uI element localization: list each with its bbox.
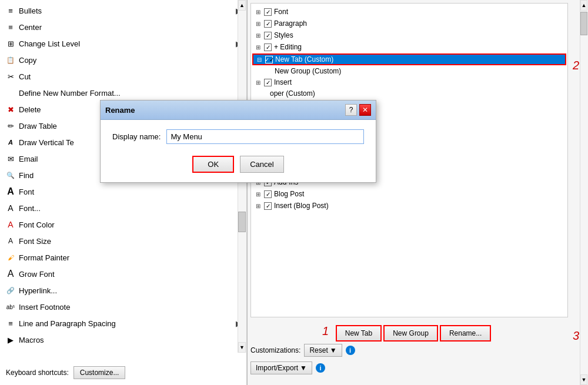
tree-checkbox[interactable]: ✓ — [265, 56, 273, 63]
grow-font-icon: A — [2, 268, 19, 280]
menu-item-format-painter[interactable]: 🖌 Format Painter — [0, 249, 246, 266]
menu-label: Bullets — [19, 6, 236, 15]
menu-label: Line and Paragraph Spacing — [19, 319, 236, 328]
tree-item-new-tab[interactable]: ⊟ ✓ New Tab (Custom) — [252, 53, 566, 65]
font-dialog-icon: A — [2, 202, 19, 214]
menu-item-bullets[interactable]: ≡ Bullets ▶ — [0, 2, 246, 19]
menu-label: Define New Number Format... — [19, 89, 242, 98]
tree-checkbox[interactable] — [264, 190, 272, 198]
customizations-label: Customizations: — [250, 346, 300, 354]
reset-button[interactable]: Reset ▼ — [304, 344, 342, 357]
menu-label: Insert Footnote — [19, 303, 242, 312]
tree-label-new-tab: New Tab (Custom) — [275, 55, 333, 63]
hyperlink-icon: 🔗 — [2, 284, 19, 296]
menu-item-font-color[interactable]: A Font Color — [0, 216, 246, 233]
tree-checkbox[interactable] — [264, 32, 272, 39]
menu-label: Center — [19, 23, 242, 32]
draw-table-icon: ✏ — [2, 120, 19, 132]
menu-item-font-dialog[interactable]: A Font... — [0, 200, 246, 216]
delete-icon: ✖ — [2, 103, 19, 115]
menu-item-change-list-level[interactable]: ⊞ Change List Level ▶ — [0, 35, 246, 52]
right-panel: ▼ ▲ ⊞ Font ⊞ Paragraph ⊞ Styles ⊞ — [247, 0, 588, 385]
dialog-field-label: Display name: — [112, 132, 161, 141]
cut-icon: ✂ — [2, 71, 19, 82]
tree-expander: ⊞ — [253, 31, 263, 40]
dialog-body: Display name: OK Cancel — [101, 120, 376, 182]
tree-item-blogpost[interactable]: ⊞ Blog Post — [251, 188, 567, 200]
number-icon — [2, 87, 19, 99]
tree-item-oper[interactable]: oper (Custom) — [251, 88, 567, 99]
menu-item-hyperlink[interactable]: 🔗 Hyperlink... — [0, 282, 246, 299]
tree-checkbox[interactable] — [264, 79, 272, 86]
draw-vertical-icon: A — [2, 136, 19, 148]
tree-item-new-group[interactable]: New Group (Custom) — [251, 66, 567, 76]
menu-item-font-size[interactable]: A Font Size — [0, 233, 246, 249]
tree-expander: ⊟ — [255, 55, 264, 64]
center-icon: ≡ — [2, 21, 19, 33]
menu-item-cut[interactable]: ✂ Cut — [0, 68, 246, 85]
import-export-info-icon: i — [316, 363, 325, 373]
menu-item-font[interactable]: A Font — [0, 183, 246, 200]
dialog-display-name-input[interactable] — [166, 129, 364, 144]
rename-button[interactable]: Rename... — [440, 326, 490, 341]
footnote-icon: ab¹ — [2, 301, 19, 313]
dialog-help-button[interactable]: ? — [345, 104, 357, 116]
tree-checkbox[interactable] — [264, 43, 272, 51]
menu-item-center[interactable]: ≡ Center — [0, 19, 246, 35]
reset-info-icon: i — [346, 346, 355, 355]
menu-item-line-spacing[interactable]: ≡ Line and Paragraph Spacing ▶ — [0, 315, 246, 332]
bullets-icon: ≡ — [2, 5, 19, 16]
dialog-action-row: OK Cancel — [112, 156, 364, 173]
tree-checkbox[interactable] — [264, 20, 272, 28]
menu-label: Font — [19, 188, 242, 196]
menu-label: Copy — [19, 56, 242, 65]
menu-label: Format Painter — [19, 253, 242, 262]
tree-checkbox[interactable] — [264, 8, 272, 16]
menu-label: Font Color — [19, 220, 242, 229]
macros-icon: ▶ — [2, 334, 19, 346]
menu-item-grow-font[interactable]: A Grow Font — [0, 266, 246, 282]
new-group-button[interactable]: New Group — [384, 326, 437, 341]
step-2-number: 2 — [573, 59, 579, 72]
copy-icon: 📋 — [2, 54, 19, 66]
tree-item-styles[interactable]: ⊞ Styles — [251, 29, 567, 41]
step-1-number: 1 — [322, 324, 329, 338]
tree-label: Blog Post — [274, 190, 304, 198]
line-spacing-icon: ≡ — [2, 317, 19, 329]
tree-item-insert[interactable]: ⊞ Insert — [251, 76, 567, 88]
tree-item-font[interactable]: ⊞ Font — [251, 6, 567, 18]
menu-item-copy[interactable]: 📋 Copy — [0, 52, 246, 68]
menu-label: Cut — [19, 72, 242, 81]
new-tab-button[interactable]: New Tab — [336, 326, 381, 341]
menu-label: Change List Level — [19, 39, 236, 48]
keyboard-shortcuts-label: Keyboard shortcuts: — [6, 369, 69, 377]
step-3-number: 3 — [573, 329, 579, 343]
tree-checkbox[interactable] — [264, 202, 272, 210]
dialog-controls: ? ✕ — [345, 104, 371, 116]
tree-label: Paragraph — [274, 19, 307, 28]
tree-expander: ⊞ — [253, 189, 263, 199]
menu-item-insert-footnote[interactable]: ab¹ Insert Footnote — [0, 299, 246, 315]
list-level-icon: ⊞ — [2, 38, 19, 49]
tree-label: Insert (Blog Post) — [274, 202, 329, 210]
tree-item-paragraph[interactable]: ⊞ Paragraph — [251, 18, 567, 29]
customizations-row: Customizations: Reset ▼ i — [250, 344, 576, 357]
dialog-cancel-button[interactable]: Cancel — [240, 156, 283, 173]
tree-label: oper (Custom) — [270, 89, 315, 98]
dialog-close-button[interactable]: ✕ — [359, 104, 371, 116]
tree-expander: ⊞ — [253, 42, 263, 52]
dialog-title: Rename — [105, 106, 135, 115]
rename-dialog: Rename ? ✕ Display name: OK Cancel — [100, 100, 376, 183]
font-icon: A — [2, 186, 19, 197]
dialog-ok-button[interactable]: OK — [192, 156, 234, 173]
menu-item-define-number[interactable]: Define New Number Format... — [0, 85, 246, 101]
menu-item-multiple-pages[interactable]: ⊞ Multiple Pages — [0, 348, 246, 350]
menu-item-macros[interactable]: ▶ Macros — [0, 332, 246, 348]
import-export-button[interactable]: Import/Export ▼ — [250, 361, 312, 374]
tree-item-editing[interactable]: ⊞ + Editing — [251, 41, 567, 53]
context-menu-panel: ≡ Bullets ▶ ≡ Center ⊞ Change List Level… — [0, 0, 247, 385]
tree-item-insert-blog[interactable]: ⊞ Insert (Blog Post) — [251, 200, 567, 212]
customize-button[interactable]: Customize... — [74, 366, 126, 379]
email-icon: ✉ — [2, 153, 19, 165]
font-color-icon: A — [2, 219, 19, 230]
